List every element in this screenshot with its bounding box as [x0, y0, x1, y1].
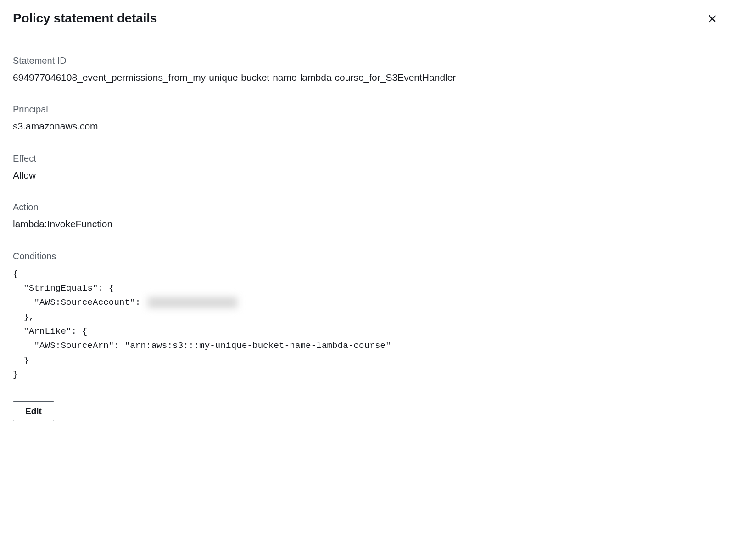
close-icon [707, 14, 717, 24]
redacted-account-id [148, 297, 237, 308]
conditions-field: Conditions { "StringEquals": { "AWS:Sour… [13, 251, 719, 382]
edit-button[interactable]: Edit [13, 401, 54, 421]
code-line: { [13, 269, 18, 279]
modal-header: Policy statement details [0, 0, 732, 37]
code-line: }, [13, 312, 34, 322]
code-line: "AWS:SourceAccount": [13, 297, 146, 308]
action-value: lambda:InvokeFunction [13, 217, 719, 230]
effect-field: Effect Allow [13, 153, 719, 182]
conditions-label: Conditions [13, 251, 719, 262]
code-line: "AWS:SourceArn": "arn:aws:s3:::my-unique… [13, 341, 391, 351]
policy-statement-modal: Policy statement details Statement ID 69… [0, 0, 732, 560]
close-button[interactable] [705, 12, 719, 26]
code-line: } [13, 355, 29, 365]
code-line: "StringEquals": { [13, 283, 114, 293]
code-line: } [13, 370, 18, 380]
action-label: Action [13, 202, 719, 213]
action-field: Action lambda:InvokeFunction [13, 202, 719, 230]
code-line: "ArnLike": { [13, 326, 87, 336]
statement-id-label: Statement ID [13, 56, 719, 66]
effect-label: Effect [13, 153, 719, 164]
principal-field: Principal s3.amazonaws.com [13, 104, 719, 133]
modal-title: Policy statement details [13, 11, 157, 26]
principal-label: Principal [13, 104, 719, 115]
principal-value: s3.amazonaws.com [13, 119, 719, 133]
conditions-code: { "StringEquals": { "AWS:SourceAccount":… [13, 267, 719, 382]
statement-id-value: 694977046108_event_permissions_from_my-u… [13, 71, 719, 84]
modal-body: Statement ID 694977046108_event_permissi… [0, 37, 732, 434]
effect-value: Allow [13, 168, 719, 182]
statement-id-field: Statement ID 694977046108_event_permissi… [13, 56, 719, 84]
